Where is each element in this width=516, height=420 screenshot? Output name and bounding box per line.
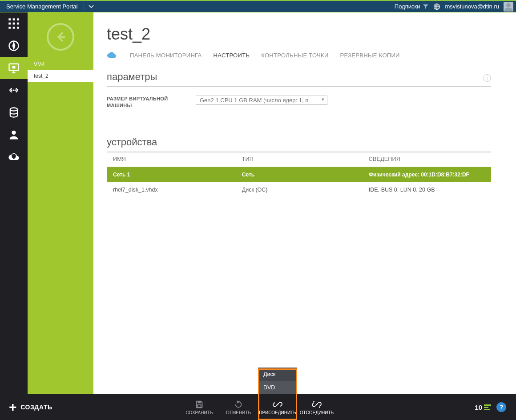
rail-scale[interactable] <box>0 79 28 101</box>
subnav-item-vm4[interactable]: VM4 <box>28 59 93 70</box>
cell-details: IDE, BUS 0, LUN 0, 20 GB <box>364 182 491 197</box>
subscriptions-link[interactable]: Подписки <box>395 3 429 10</box>
vm-size-label: РАЗМЕР ВИРТУАЛЬНОЙ МАШИНЫ <box>107 96 182 109</box>
section-rule <box>107 86 491 87</box>
subnav: VM4 test_2 <box>28 12 93 394</box>
database-icon <box>8 106 20 119</box>
table-row[interactable]: rhel7_disk_1.vhdx Диск (ОС) IDE, BUS 0, … <box>107 182 491 197</box>
svg-point-18 <box>12 131 16 135</box>
tab-configure[interactable]: НАСТРОИТЬ <box>214 52 250 59</box>
menu-chevron[interactable] <box>84 3 98 10</box>
cell-name: rhel7_disk_1.vhdx <box>107 182 238 197</box>
svg-rect-10 <box>17 27 19 29</box>
back-button[interactable] <box>47 23 74 51</box>
attach-menu-disk[interactable]: Диск <box>258 368 297 381</box>
cell-type: Диск (ОС) <box>238 182 364 197</box>
table-row[interactable]: Сеть 1 Сеть Физический адрес: 00:1D:D8:B… <box>107 167 491 182</box>
compass-icon <box>8 40 20 52</box>
detach-button[interactable]: ОТСОЕДИНИТЬ <box>297 394 336 420</box>
section-params-title: параметры <box>107 71 491 83</box>
create-label: СОЗДАТЬ <box>20 404 52 411</box>
rail-all-items[interactable] <box>0 12 28 35</box>
svg-rect-13 <box>12 66 16 68</box>
cloud-shield-icon <box>8 151 20 163</box>
attach-menu: Диск DVD <box>258 368 297 394</box>
page-title: test_2 <box>107 25 491 44</box>
undo-icon <box>234 400 243 409</box>
svg-rect-3 <box>13 18 15 20</box>
bottombar: + СОЗДАТЬ СОХРАНИТЬ ОТМЕНИТЬ Диск DVD ПР… <box>0 394 516 420</box>
monitor-icon <box>8 62 20 74</box>
tabbar: ПАНЕЛЬ МОНИТОРИНГА НАСТРОИТЬ КОНТРОЛЬНЫЕ… <box>107 52 491 59</box>
svg-rect-2 <box>8 18 11 20</box>
col-type[interactable]: ТИП <box>238 152 364 167</box>
svg-rect-7 <box>17 23 19 25</box>
save-icon <box>194 400 204 409</box>
filter-icon <box>423 4 429 9</box>
attach-button[interactable]: Диск DVD ПРИСОЕДИНИТЬ <box>258 394 297 420</box>
tab-checkpoints[interactable]: КОНТРОЛЬНЫЕ ТОЧКИ <box>261 52 328 59</box>
rail-database[interactable] <box>0 101 28 124</box>
svg-point-16 <box>15 89 17 91</box>
save-button[interactable]: СОХРАНИТЬ <box>180 394 219 420</box>
content: test_2 ПАНЕЛЬ МОНИТОРИНГА НАСТРОИТЬ КОНТ… <box>93 12 516 394</box>
user-email[interactable]: msvistunova@dtln.ru <box>445 3 499 10</box>
scale-icon <box>8 84 20 96</box>
discard-button[interactable]: ОТМЕНИТЬ <box>219 394 258 420</box>
help-button[interactable]: ? <box>496 402 506 412</box>
cell-type: Сеть <box>238 167 364 182</box>
subscriptions-label: Подписки <box>395 3 420 10</box>
tab-backups[interactable]: РЕЗЕРВНЫЕ КОПИИ <box>340 52 400 59</box>
section-devices-title: устройства <box>107 136 491 148</box>
detach-label: ОТСОЕДИНИТЬ <box>300 410 334 415</box>
discard-label: ОТМЕНИТЬ <box>226 410 251 415</box>
cell-details: Физический адрес: 00:1D:D8:B7:32:DF <box>364 167 491 182</box>
attach-menu-dvd[interactable]: DVD <box>258 381 297 394</box>
svg-point-15 <box>11 89 12 91</box>
notification-count[interactable]: 10 <box>475 404 491 411</box>
arrow-left-icon <box>54 30 67 44</box>
globe-icon[interactable] <box>433 3 440 10</box>
link-icon <box>273 400 282 409</box>
svg-point-14 <box>13 89 15 91</box>
vm-status-icon <box>107 52 117 59</box>
col-name[interactable]: ИМЯ <box>107 152 238 167</box>
col-details[interactable]: СВЕДЕНИЯ <box>364 152 491 167</box>
create-button[interactable]: + СОЗДАТЬ <box>0 394 61 420</box>
notification-number: 10 <box>475 404 482 411</box>
vm-size-select[interactable]: Gen2 1 CPU 1 GB RAM (число ядер: 1, п <box>196 96 327 105</box>
person-icon <box>8 128 20 141</box>
rail-account[interactable] <box>0 124 28 146</box>
save-label: СОХРАНИТЬ <box>186 410 213 415</box>
svg-rect-19 <box>198 401 201 403</box>
avatar[interactable] <box>504 2 513 12</box>
app-title: Service Management Portal <box>0 3 84 10</box>
activity-bars-icon <box>484 404 491 410</box>
svg-rect-5 <box>8 23 11 25</box>
left-rail <box>0 12 28 394</box>
svg-rect-4 <box>17 18 19 20</box>
svg-rect-8 <box>8 27 11 29</box>
rail-cloud[interactable] <box>0 146 28 168</box>
rail-vm[interactable] <box>0 57 28 79</box>
svg-rect-20 <box>198 404 201 407</box>
help-icon[interactable]: ⓘ <box>483 73 491 84</box>
cell-name: Сеть 1 <box>107 167 238 182</box>
grid-icon <box>8 17 20 30</box>
svg-rect-9 <box>13 27 15 29</box>
svg-point-17 <box>10 108 17 111</box>
tab-dashboard[interactable]: ПАНЕЛЬ МОНИТОРИНГА <box>130 52 202 59</box>
unlink-icon <box>312 400 322 409</box>
svg-rect-6 <box>13 23 15 25</box>
chevron-down-icon <box>89 5 94 8</box>
devices-table: ИМЯ ТИП СВЕДЕНИЯ Сеть 1 Сеть Физический … <box>107 152 491 197</box>
attach-label: ПРИСОЕДИНИТЬ <box>259 410 296 415</box>
subnav-item-test2[interactable]: test_2 <box>28 70 93 82</box>
rail-network[interactable] <box>0 35 28 57</box>
